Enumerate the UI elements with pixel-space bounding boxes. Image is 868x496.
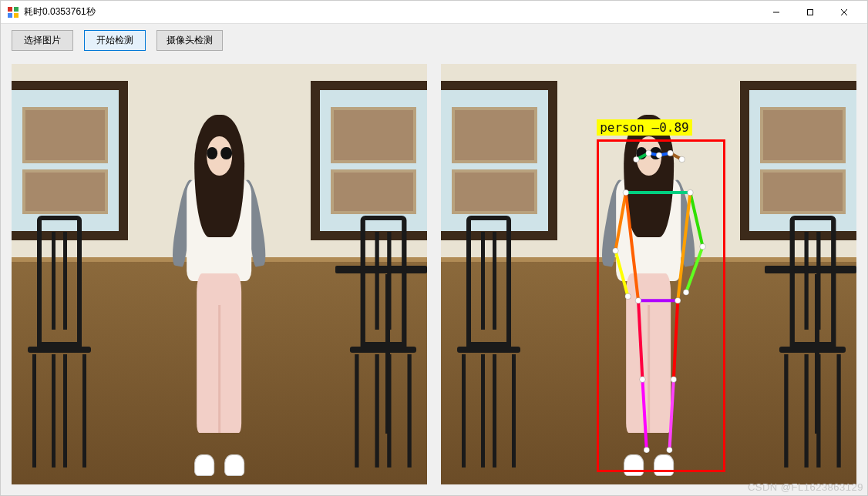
pose-keypoint-left_hip <box>635 297 641 303</box>
pose-keypoint-right_wrist <box>683 290 689 296</box>
original-image-panel <box>12 64 427 484</box>
pose-bone <box>615 193 625 250</box>
pose-keypoint-left_knee <box>640 377 646 383</box>
toolbar: 选择图片 开始检测 摄像头检测 <box>1 24 867 56</box>
pose-bone <box>642 380 646 451</box>
pose-keypoint-left_wrist <box>625 293 631 300</box>
pose-keypoint-left_ankle <box>644 447 650 453</box>
close-button[interactable] <box>827 2 861 23</box>
svg-rect-0 <box>8 7 12 12</box>
svg-rect-2 <box>8 13 12 18</box>
pose-bone <box>686 246 703 292</box>
svg-rect-1 <box>14 7 19 12</box>
maximize-button[interactable] <box>793 2 827 23</box>
pose-bone <box>638 300 642 379</box>
pose-keypoint-right_elbow <box>700 243 706 250</box>
content-area: person —0.89 <box>1 56 867 495</box>
pose-bone <box>626 193 638 300</box>
pose-bone <box>690 193 702 246</box>
pose-keypoint-left_eye <box>646 150 652 156</box>
pose-bone <box>669 380 673 451</box>
camera-detect-button[interactable]: 摄像头检测 <box>156 30 223 51</box>
pose-keypoint-right_ankle <box>667 447 673 453</box>
application-window: 耗时0.0353761秒 选择图片 开始检测 摄像头检测 <box>0 0 868 496</box>
svg-rect-3 <box>14 13 19 18</box>
app-icon <box>7 6 19 18</box>
pose-keypoint-left_elbow <box>613 248 619 254</box>
pose-keypoint-left_shoulder <box>623 189 629 196</box>
pose-keypoint-right_eye <box>668 150 674 156</box>
pose-keypoint-nose <box>656 152 662 159</box>
start-detect-button[interactable]: 开始检测 <box>84 30 146 51</box>
pose-keypoint-right_knee <box>671 377 677 383</box>
svg-rect-5 <box>808 9 813 15</box>
pose-keypoint-right_ear <box>679 156 685 163</box>
original-image <box>12 64 427 484</box>
pose-keypoint-right_shoulder <box>688 189 694 196</box>
window-controls <box>759 2 861 23</box>
select-image-button[interactable]: 选择图片 <box>12 30 73 51</box>
minimize-button[interactable] <box>759 2 793 23</box>
pose-keypoint-left_ear <box>634 156 640 163</box>
pose-skeleton-overlay <box>441 64 856 479</box>
detection-result-panel: person —0.89 <box>441 64 856 484</box>
titlebar[interactable]: 耗时0.0353761秒 <box>1 1 867 24</box>
pose-bone <box>674 300 678 379</box>
pose-bone <box>615 251 627 297</box>
pose-keypoint-right_hip <box>675 297 681 303</box>
window-title: 耗时0.0353761秒 <box>24 5 96 18</box>
